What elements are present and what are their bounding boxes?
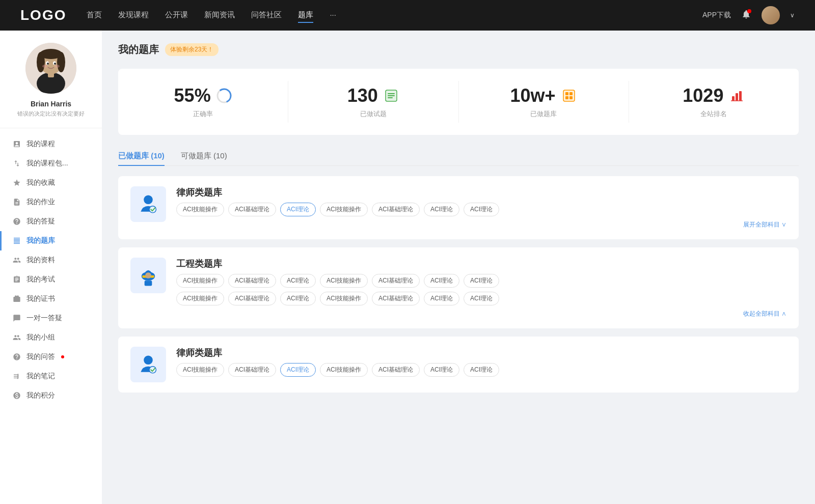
tag-1-0-6[interactable]: ACI理论 <box>464 274 499 288</box>
bank-card-1: 工程类题库 ACI技能操作 ACI基础理论 ACI理论 ACI技能操作 ACI基… <box>118 247 799 328</box>
tag-0-0[interactable]: ACI技能操作 <box>176 203 224 216</box>
tag-1-0-0[interactable]: ACI技能操作 <box>176 274 224 288</box>
nav-open-course[interactable]: 公开课 <box>165 8 188 23</box>
profile-motto: 错误的决定比没有决定要好 <box>17 110 85 118</box>
stat-rank: 1029 全站排名 <box>629 81 799 123</box>
svg-point-37 <box>145 272 151 278</box>
stat-rank-value: 1029 <box>683 85 723 106</box>
tag-2-5[interactable]: ACI理论 <box>424 363 459 377</box>
svg-rect-25 <box>565 96 568 99</box>
sidebar-item-exam[interactable]: 我的考试 <box>0 270 102 289</box>
tag-1-1-6[interactable]: ACI理论 <box>464 292 499 305</box>
svg-rect-28 <box>736 93 738 101</box>
sidebar-item-points[interactable]: 我的积分 <box>0 386 102 405</box>
tag-0-2[interactable]: ACI理论 <box>280 203 316 216</box>
package-icon <box>12 159 21 168</box>
bank-card-0-icon <box>130 186 166 229</box>
stats-row: 55% 正确率 130 <box>118 69 799 135</box>
top-navigation: LOGO 首页 发现课程 公开课 新闻资讯 问答社区 题库 ··· APP下载 … <box>0 0 815 31</box>
myqa-notification-dot <box>61 355 64 358</box>
sidebar-item-homework-label: 我的作业 <box>26 198 55 207</box>
tag-1-0-1[interactable]: ACI基础理论 <box>228 274 276 288</box>
nav-bank[interactable]: 题库 <box>298 8 313 23</box>
tag-2-3[interactable]: ACI技能操作 <box>320 363 368 377</box>
sidebar-item-oneone[interactable]: 一对一答疑 <box>0 309 102 328</box>
tag-0-5[interactable]: ACI理论 <box>424 203 459 216</box>
bank-card-0-expand[interactable]: 展开全部科目 ∨ <box>176 220 786 229</box>
tag-0-4[interactable]: ACI基础理论 <box>372 203 420 216</box>
exam-icon <box>12 275 21 284</box>
sidebar-item-qa-label: 我的答疑 <box>26 217 55 226</box>
page-body: Brian Harris 错误的决定比没有决定要好 我的课程 我的课程包... <box>0 31 815 504</box>
user-menu-chevron[interactable]: ∨ <box>790 12 795 19</box>
sidebar-item-package[interactable]: 我的课程包... <box>0 154 102 173</box>
tag-1-0-3[interactable]: ACI技能操作 <box>320 274 368 288</box>
sidebar-item-material[interactable]: 我的资料 <box>0 250 102 270</box>
svg-point-10 <box>54 63 56 65</box>
bank-card-1-collapse[interactable]: 收起全部科目 ∧ <box>176 310 786 318</box>
nav-links: 首页 发现课程 公开课 新闻资讯 问答社区 题库 ··· <box>87 8 682 23</box>
bank-icon <box>12 236 21 245</box>
sidebar-item-course[interactable]: 我的课程 <box>0 134 102 154</box>
tag-1-1-5[interactable]: ACI理论 <box>424 292 459 305</box>
stat-banks-label: 已做题库 <box>530 109 557 119</box>
tag-1-1-4[interactable]: ACI基础理论 <box>372 292 420 305</box>
tag-1-1-2[interactable]: ACI理论 <box>280 292 316 305</box>
notification-bell[interactable] <box>741 9 751 21</box>
svg-point-12 <box>55 65 60 68</box>
sidebar-item-certificate[interactable]: 我的证书 <box>0 289 102 309</box>
tag-0-6[interactable]: ACI理论 <box>464 203 499 216</box>
nav-more[interactable]: ··· <box>330 8 336 23</box>
course-icon <box>12 139 21 149</box>
tag-0-3[interactable]: ACI技能操作 <box>320 203 368 216</box>
tag-1-1-0[interactable]: ACI技能操作 <box>176 292 224 305</box>
page-title: 我的题库 <box>118 43 159 57</box>
tag-2-6[interactable]: ACI理论 <box>464 363 499 377</box>
tag-0-1[interactable]: ACI基础理论 <box>228 203 276 216</box>
tag-2-4[interactable]: ACI基础理论 <box>372 363 420 377</box>
tab-done[interactable]: 已做题库 (10) <box>118 147 165 166</box>
sidebar-item-myqa-label: 我的问答 <box>26 352 55 361</box>
sidebar-item-exam-label: 我的考试 <box>26 275 55 284</box>
sidebar-item-bank[interactable]: 我的题库 <box>0 231 102 250</box>
tag-2-2[interactable]: ACI理论 <box>280 363 316 377</box>
bank-card-0-body: 律师类题库 ACI技能操作 ACI基础理论 ACI理论 ACI技能操作 ACI基… <box>130 186 786 229</box>
sidebar-item-myqa[interactable]: 我的问答 <box>0 347 102 367</box>
sidebar-item-notes[interactable]: 我的笔记 <box>0 367 102 386</box>
user-avatar[interactable] <box>762 6 780 24</box>
bank-card-1-body: 工程类题库 ACI技能操作 ACI基础理论 ACI理论 ACI技能操作 ACI基… <box>130 258 786 318</box>
profile-avatar <box>25 43 76 94</box>
myqa-icon <box>12 352 21 361</box>
svg-rect-24 <box>569 92 573 95</box>
tab-available[interactable]: 可做题库 (10) <box>181 147 227 166</box>
nav-discover[interactable]: 发现课程 <box>118 8 149 23</box>
stat-done-value: 130 <box>347 85 378 106</box>
sidebar: Brian Harris 错误的决定比没有决定要好 我的课程 我的课程包... <box>0 31 102 504</box>
nav-home[interactable]: 首页 <box>87 8 102 23</box>
sidebar-item-favorite[interactable]: 我的收藏 <box>0 173 102 192</box>
sidebar-item-material-label: 我的资料 <box>26 256 55 265</box>
certificate-icon <box>12 294 21 303</box>
bank-card-1-tags: ACI技能操作 ACI基础理论 ACI理论 ACI技能操作 ACI基础理论 AC… <box>176 274 786 305</box>
tag-2-0[interactable]: ACI技能操作 <box>176 363 224 377</box>
bank-card-1-content: 工程类题库 ACI技能操作 ACI基础理论 ACI理论 ACI技能操作 ACI基… <box>176 258 786 318</box>
stat-accuracy: 55% 正确率 <box>118 81 288 123</box>
tag-2-1[interactable]: ACI基础理论 <box>228 363 276 377</box>
sidebar-item-homework[interactable]: 我的作业 <box>0 192 102 212</box>
svg-point-31 <box>144 195 153 204</box>
app-download[interactable]: APP下载 <box>702 11 731 20</box>
nav-news[interactable]: 新闻资讯 <box>204 8 235 23</box>
tag-1-1-3[interactable]: ACI技能操作 <box>320 292 368 305</box>
tag-1-0-4[interactable]: ACI基础理论 <box>372 274 420 288</box>
chart-icon <box>728 88 745 104</box>
bank-card-0-content: 律师类题库 ACI技能操作 ACI基础理论 ACI理论 ACI技能操作 ACI基… <box>176 186 786 229</box>
sidebar-item-group[interactable]: 我的小组 <box>0 328 102 347</box>
sidebar-item-certificate-label: 我的证书 <box>26 294 55 303</box>
tag-1-1-1[interactable]: ACI基础理论 <box>228 292 276 305</box>
tag-1-0-2[interactable]: ACI理论 <box>280 274 316 288</box>
sidebar-item-qa[interactable]: 我的答疑 <box>0 212 102 231</box>
tag-1-0-5[interactable]: ACI理论 <box>424 274 459 288</box>
svg-point-11 <box>42 65 47 68</box>
nav-qa[interactable]: 问答社区 <box>251 8 282 23</box>
svg-rect-20 <box>388 97 393 98</box>
